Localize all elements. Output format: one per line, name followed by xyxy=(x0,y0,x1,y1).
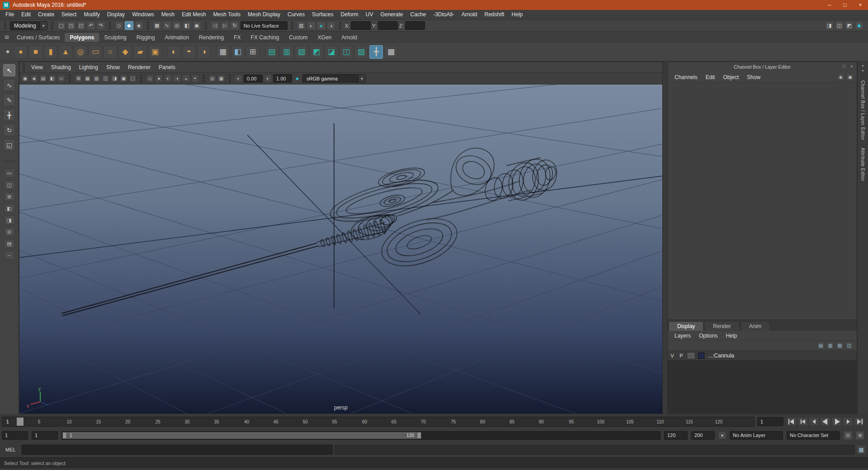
viewport-menu-panels[interactable]: Panels xyxy=(155,64,179,70)
poly-pyramid-icon[interactable]: ◆ xyxy=(118,45,132,59)
xray-icon[interactable]: ▦ xyxy=(217,75,225,82)
menu-surfaces[interactable]: Surfaces xyxy=(308,10,337,19)
image-plane-icon[interactable]: ▭ xyxy=(57,75,65,82)
mirror-icon[interactable]: ▩ xyxy=(384,45,398,59)
sphere-shaded-icon[interactable]: ◑ xyxy=(197,45,211,59)
layout-three-left-icon[interactable]: ◧ xyxy=(4,204,15,213)
channel-object-menu[interactable]: Object xyxy=(719,74,743,80)
sort-layers-icon[interactable]: ▥ xyxy=(826,342,834,349)
channel-list-area[interactable] xyxy=(668,83,857,320)
dock-tab-attribute-editor[interactable]: Attribute Editor xyxy=(860,148,865,181)
move-layer-icon[interactable]: ▤ xyxy=(817,342,825,349)
channel-pin-icon[interactable]: ◉ xyxy=(846,73,854,81)
color-managed-icon[interactable]: ● xyxy=(293,75,301,82)
layout-outliner-persp-icon[interactable]: ▤ xyxy=(4,239,15,248)
camera-attributes-icon[interactable]: ▤ xyxy=(39,75,47,82)
playback-end-field[interactable]: 120 xyxy=(664,431,688,440)
new-layer-from-selected-icon[interactable]: ◫ xyxy=(845,342,853,349)
toggle-channel-box-icon[interactable]: ◩ xyxy=(845,21,854,30)
toggle-tool-settings-icon[interactable]: ◫ xyxy=(835,21,844,30)
paint-select-tool-icon[interactable]: ✎ xyxy=(3,94,15,106)
poly-disc-icon[interactable]: ○ xyxy=(104,45,117,59)
current-frame-field[interactable]: 1 xyxy=(757,417,783,426)
select-hierarchy-icon[interactable]: ◇ xyxy=(115,21,123,30)
film-gate-icon[interactable]: ▥ xyxy=(93,75,100,82)
rotate-tool-icon[interactable]: ↻ xyxy=(3,124,15,136)
new-empty-layer-icon[interactable]: ▧ xyxy=(836,342,844,349)
animation-end-field[interactable]: 200 xyxy=(691,431,715,440)
y-coord-input[interactable] xyxy=(378,21,398,30)
live-surface-field[interactable]: No Live Surface xyxy=(241,21,288,30)
menu-deform[interactable]: Deform xyxy=(337,10,362,19)
layer-list[interactable]: V P ...:Cannula xyxy=(668,351,857,414)
safe-title-icon[interactable]: ▢ xyxy=(129,75,137,82)
boolean-intersect-icon[interactable]: ◫ xyxy=(340,45,353,59)
menu-help[interactable]: Help xyxy=(508,10,527,19)
combine-icon[interactable]: ▤ xyxy=(265,45,278,59)
shelf-menu-icon[interactable]: ◆ xyxy=(4,47,12,55)
layer-display-type-toggle[interactable] xyxy=(688,353,694,358)
shadows-display-icon[interactable]: ◒ xyxy=(182,75,190,82)
menu-mesh-tools[interactable]: Mesh Tools xyxy=(210,10,244,19)
new-scene-icon[interactable]: ▢ xyxy=(57,21,66,30)
bookmarks-icon[interactable]: ◧ xyxy=(48,75,56,82)
go-to-start-button[interactable] xyxy=(786,417,797,426)
shelf-tab-rigging[interactable]: Rigging xyxy=(132,33,160,42)
menu-3dtoall[interactable]: -3DtoAll- xyxy=(429,10,458,19)
play-backwards-button[interactable] xyxy=(820,417,830,426)
menu-windows[interactable]: Windows xyxy=(128,10,158,19)
float-panel-icon[interactable]: □ xyxy=(841,63,847,70)
tab-anim-layers[interactable]: Anim xyxy=(741,321,770,331)
view-transform-dropdown[interactable]: sRGB gamma ▾ xyxy=(302,74,366,83)
smooth-mesh-icon[interactable]: ◐ xyxy=(167,45,181,59)
resolution-gate-icon[interactable]: ◫ xyxy=(102,75,109,82)
animation-start-field[interactable]: 1 xyxy=(2,431,28,440)
poly-prism-icon[interactable]: ▰ xyxy=(133,45,147,59)
gamma-icon[interactable]: ◐ xyxy=(264,75,272,82)
menu-create[interactable]: Create xyxy=(34,10,58,19)
menu-uv[interactable]: UV xyxy=(362,10,377,19)
command-language-toggle[interactable]: MEL xyxy=(2,447,20,452)
auto-keyframe-icon[interactable]: ⊙ xyxy=(844,431,852,440)
step-back-key-button[interactable] xyxy=(797,417,808,426)
move-tool-icon[interactable]: ╋ xyxy=(3,109,15,121)
dock-tab-channel-box[interactable]: Channel Box / Layer Editor xyxy=(860,80,865,141)
menu-select[interactable]: Select xyxy=(58,10,80,19)
anim-layer-field[interactable]: No Anim Layer xyxy=(730,431,783,440)
snap-plane-icon[interactable]: ◧ xyxy=(183,21,191,30)
shelf-tab-curves-surfaces[interactable]: Curves / Surfaces xyxy=(12,33,65,42)
layout-stacked-icon[interactable]: ⊟ xyxy=(4,227,15,236)
viewport-menu-renderer[interactable]: Renderer xyxy=(124,64,155,70)
poly-torus-icon[interactable]: ◎ xyxy=(74,45,87,59)
snap-grid-icon[interactable]: ▦ xyxy=(153,21,161,30)
viewport-menubar-grip[interactable] xyxy=(23,63,25,71)
shelf-tab-fx[interactable]: FX xyxy=(229,33,245,42)
shelf-tabs-menu-icon[interactable]: ▤ xyxy=(3,33,11,41)
poly-cube-icon[interactable]: ■ xyxy=(29,45,42,59)
dock-collapse-icon[interactable]: ▴ xyxy=(859,62,867,68)
isolate-select-icon[interactable]: ◎ xyxy=(208,75,216,82)
poly-cone-icon[interactable]: ▲ xyxy=(59,45,72,59)
layer-options-menu[interactable]: Options xyxy=(695,333,722,339)
layers-menu[interactable]: Layers xyxy=(670,333,695,339)
layer-help-menu[interactable]: Help xyxy=(722,333,741,339)
lock-camera-icon[interactable]: ◈ xyxy=(30,75,38,82)
statusline-grip[interactable] xyxy=(205,22,207,30)
shelf-tab-rendering[interactable]: Rendering xyxy=(194,33,229,42)
lights-display-icon[interactable]: ◑ xyxy=(173,75,181,82)
maximize-button-icon[interactable]: □ xyxy=(837,0,853,10)
viewport-3d-view[interactable]: x y persp xyxy=(19,85,662,414)
textured-display-icon[interactable]: ◐ xyxy=(164,75,172,82)
layer-row[interactable]: V P ...:Cannula xyxy=(668,351,857,361)
play-forwards-button[interactable] xyxy=(831,417,842,426)
output-connections-icon[interactable]: ▷ xyxy=(221,21,229,30)
open-scene-icon[interactable]: ◳ xyxy=(67,21,75,30)
scale-tool-icon[interactable]: ◱ xyxy=(3,139,15,151)
menu-curves[interactable]: Curves xyxy=(284,10,308,19)
wireframe-display-icon[interactable]: ◇ xyxy=(146,75,154,82)
grid-toggle-icon[interactable]: ▦ xyxy=(84,75,91,82)
toggle-attribute-editor-icon[interactable]: ◨ xyxy=(825,21,834,30)
subdiv-proxy-icon[interactable]: ◓ xyxy=(182,45,196,59)
snap-live-icon[interactable]: ◉ xyxy=(193,21,201,30)
toggle-modeling-toolkit-icon[interactable]: ◆ xyxy=(855,21,863,30)
